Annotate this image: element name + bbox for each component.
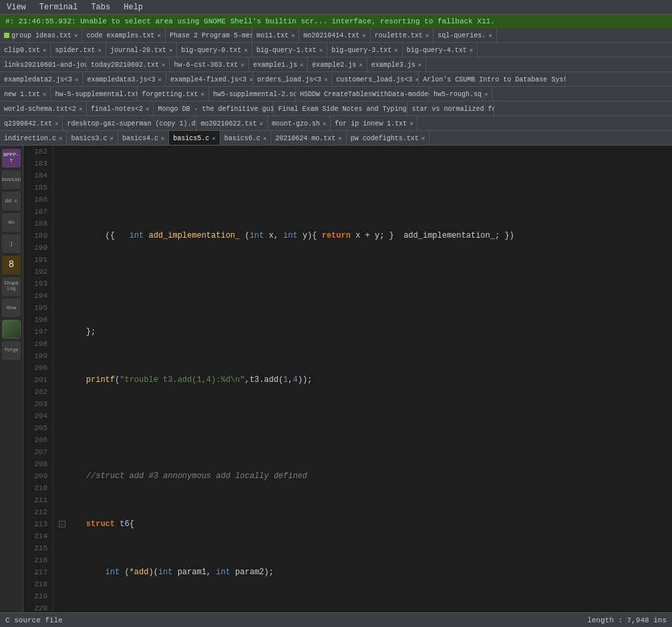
tab-20210624mo[interactable]: 20210624 mo.txt ✕: [271, 131, 346, 146]
tab-close-mo20210414[interactable]: ✕: [362, 32, 365, 39]
tab-close-20210624mo[interactable]: ✕: [338, 135, 341, 142]
tab-close-today[interactable]: ✕: [162, 61, 165, 69]
sidebar-item-forge[interactable]: forge: [2, 341, 21, 360]
tab-journal20[interactable]: journal-20.txt ✕: [106, 43, 177, 57]
tab-exampledata2[interactable]: exampledata2.js<3 ✕: [0, 72, 83, 87]
tab-group-ideas[interactable]: group ideas.txt ✕: [0, 28, 82, 43]
tab-example1[interactable]: example1.js ✕: [249, 57, 308, 72]
sidebar-item-ddc[interactable]: dd c: [2, 192, 21, 210]
tab-basics6[interactable]: basics6.c ✕: [220, 131, 271, 146]
tab-close-exampledata3[interactable]: ✕: [158, 76, 161, 83]
tab-close-example4fixed[interactable]: ✕: [249, 76, 253, 83]
tab-close-basics4[interactable]: ✕: [161, 135, 164, 142]
tab-close-spider[interactable]: ✕: [98, 47, 101, 54]
fold-189[interactable]: -: [59, 521, 65, 528]
tab-bigquery0[interactable]: big-query-0.txt ✕: [177, 43, 252, 57]
tab-hw5sup2[interactable]: hw5-supplemental-2.sql ✕: [209, 87, 296, 101]
tab-close-bigquery1[interactable]: ✕: [319, 47, 323, 54]
code-content[interactable]: 182 183 184 185 186 187 188 189 190 191 …: [23, 146, 672, 612]
tab-basics5[interactable]: basics5.c ✕: [169, 131, 220, 146]
tab-links[interactable]: links20210601-and-journal-ww. ✕: [0, 57, 87, 72]
tab-hw5rough[interactable]: hw5-rough.sq ✕: [430, 87, 492, 101]
tab-basics3[interactable]: basics3.c ✕: [67, 131, 118, 146]
menu-tabs[interactable]: Tabs: [84, 1, 117, 13]
menu-help[interactable]: Help: [117, 1, 150, 13]
tab-close-basics6[interactable]: ✕: [263, 135, 267, 142]
tab-example2[interactable]: example2.js ✕: [308, 57, 367, 72]
tab-phase2[interactable]: Phase 2 Program 5-message-0. ✕: [166, 28, 253, 43]
tab-bigquery4[interactable]: big-query-4.txt ✕: [403, 43, 478, 57]
tab-close-roulette[interactable]: ✕: [426, 32, 429, 39]
tab-close-mountgzo[interactable]: ✕: [323, 120, 326, 128]
tab-close-q2390842[interactable]: ✕: [55, 120, 58, 128]
tab-pwcodefights[interactable]: pw codefights.txt ✕: [347, 131, 430, 146]
tab-close-bigquery3[interactable]: ✕: [394, 47, 397, 54]
tab-close-example3[interactable]: ✕: [418, 61, 422, 69]
tab-close-indirection[interactable]: ✕: [59, 135, 62, 142]
tab-finalexam[interactable]: Final Exam Side Notes and Typing Prep Te…: [274, 101, 407, 116]
tab-basics4[interactable]: basics4.c ✕: [118, 131, 169, 146]
tab-q2390842[interactable]: q2390842.txt ✕: [0, 116, 63, 131]
tab-customersload[interactable]: customers_load.js<3 ✕: [332, 72, 419, 87]
tab-close-hw6[interactable]: ✕: [240, 61, 244, 69]
sidebar-item-nppp[interactable]: NPPP-T: [2, 149, 21, 168]
tab-close-exampledata2[interactable]: ✕: [75, 76, 78, 83]
tab-mo20210414[interactable]: mo20210414.txt ✕: [299, 28, 370, 43]
tab-close-bigquery4[interactable]: ✕: [470, 47, 473, 54]
tab-bigquery3[interactable]: big-query-3.txt ✕: [327, 43, 402, 57]
tab-close-customersload[interactable]: ✕: [415, 76, 418, 83]
sidebar-item-an[interactable]: An: [2, 213, 21, 232]
tab-close-forgetting[interactable]: ✕: [200, 91, 204, 98]
tab-close-mo11[interactable]: ✕: [291, 32, 295, 39]
tab-close-ordersload[interactable]: ✕: [324, 76, 327, 83]
tab-finalnotes[interactable]: final-notes<2 ✕: [87, 101, 154, 116]
tab-close-mo20210622[interactable]: ✕: [259, 120, 263, 128]
tab-clip0[interactable]: clip0.txt ✕: [0, 43, 51, 57]
tab-close-pwcodefights[interactable]: ✕: [422, 135, 425, 142]
sidebar-item-j[interactable]: j: [2, 234, 21, 253]
tab-close-hw5rough[interactable]: ✕: [484, 91, 488, 98]
sidebar-item-eight[interactable]: 8: [2, 256, 21, 274]
tab-indirection[interactable]: indirection.c ✕: [0, 131, 67, 146]
menu-terminal[interactable]: Terminal: [33, 1, 85, 13]
tab-close-example1[interactable]: ✕: [300, 61, 303, 69]
tab-mountgzo[interactable]: mount-gzo.sh ✕: [268, 116, 331, 131]
tab-exampledata3[interactable]: exampledata3.js<3 ✕: [83, 72, 166, 87]
code-lines[interactable]: ({ int add_implementation_ (int x, int y…: [53, 146, 672, 612]
tab-hw5supplemental[interactable]: hw-5-supplemental.txt ✕: [51, 87, 138, 101]
tab-rdesktop[interactable]: rdesktop-gaz-superman (copy 1).desktop ✕: [63, 116, 196, 131]
tab-close-code-examples[interactable]: ✕: [157, 32, 160, 39]
tab-forgetting[interactable]: forgetting.txt ✕: [138, 87, 208, 101]
menu-view[interactable]: View: [0, 1, 33, 13]
tab-mo11[interactable]: mo11.txt ✕: [253, 28, 299, 43]
tab-example4fixed[interactable]: example4-fixed.js<3 ✕: [166, 72, 253, 87]
sidebar-item-how[interactable]: How: [2, 298, 21, 317]
tab-bigquery1[interactable]: big-query-1.txt ✕: [253, 43, 327, 57]
tab-roulette[interactable]: roulette.txt ✕: [371, 28, 434, 43]
tab-starvsnorm[interactable]: star vs normalized for wa ✕: [407, 101, 494, 116]
tab-arlon[interactable]: Arlon's CSUMB Intro to Database Systems …: [419, 72, 566, 87]
tab-mo20210622[interactable]: mo20210622.txt ✕: [196, 116, 267, 131]
tab-close-new1[interactable]: ✕: [43, 91, 46, 98]
tab-close-basics3[interactable]: ✕: [110, 135, 113, 142]
tab-example3[interactable]: example3.js ✕: [367, 57, 426, 72]
tab-forip[interactable]: for ip innew 1.txt ✕: [331, 116, 417, 131]
tab-close-clip0[interactable]: ✕: [43, 47, 46, 54]
tab-spider[interactable]: spider.txt ✕: [51, 43, 106, 57]
tab-hw6[interactable]: hw-6-cst-363.txt ✕: [170, 57, 248, 72]
tab-sql-queries[interactable]: sql-queries. ✕: [434, 28, 496, 43]
tab-close-worldschema[interactable]: ✕: [79, 106, 82, 113]
tab-hsddw[interactable]: HSDDW CreateTablesWithData-modded-for-hw…: [296, 87, 430, 101]
tab-today[interactable]: today20210602.txt ✕: [87, 57, 170, 72]
tab-close-journal20[interactable]: ✕: [169, 47, 172, 54]
tab-new1[interactable]: new 1.txt ✕: [0, 87, 51, 101]
tab-ordersload[interactable]: orders_load.js<3 ✕: [253, 72, 332, 87]
tab-close-group-ideas[interactable]: ✕: [74, 32, 77, 39]
tab-close-example2[interactable]: ✕: [359, 61, 362, 69]
tab-close-bigquery0[interactable]: ✕: [244, 47, 247, 54]
tab-close-finalnotes[interactable]: ✕: [146, 106, 149, 113]
tab-worldschema[interactable]: world-schema.txt<2 ✕: [0, 101, 87, 116]
sidebar-item-chupa[interactable]: ChupaLog: [2, 277, 21, 296]
tab-mongodb[interactable]: Mongo DB - the definitive guide.txt<2 ✕: [154, 101, 274, 116]
sidebar-item-bootab[interactable]: bootab: [2, 170, 21, 189]
